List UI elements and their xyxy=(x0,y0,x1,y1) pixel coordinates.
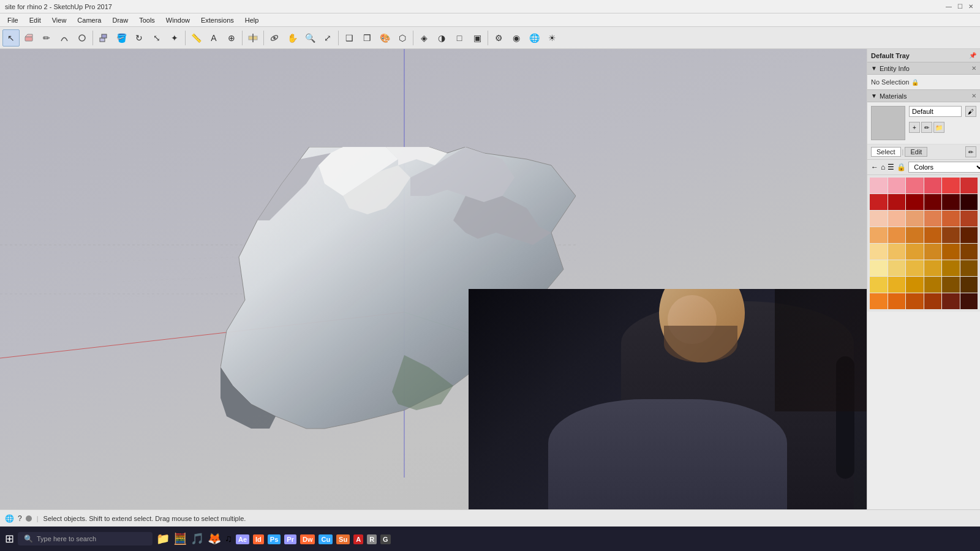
color-swatch-cell[interactable] xyxy=(888,260,906,276)
color-swatch-cell[interactable] xyxy=(924,277,942,293)
color-swatch-cell[interactable] xyxy=(888,293,906,309)
taskbar-cu[interactable]: Cu xyxy=(318,533,333,544)
maximize-button[interactable]: ☐ xyxy=(956,2,964,11)
color-swatch-cell[interactable] xyxy=(942,194,960,210)
tool-hidden-geo[interactable]: □ xyxy=(451,29,468,47)
taskbar-firefox[interactable]: 🦊 xyxy=(208,532,221,545)
color-swatch-cell[interactable] xyxy=(888,178,906,193)
tool-section[interactable] xyxy=(244,29,262,47)
color-swatch-cell[interactable] xyxy=(960,293,978,309)
taskbar-autocad[interactable]: A xyxy=(353,534,363,544)
color-swatch-cell[interactable] xyxy=(888,277,906,293)
color-swatch-cell[interactable] xyxy=(924,227,942,243)
color-swatch-cell[interactable] xyxy=(942,260,960,276)
taskbar-id[interactable]: Id xyxy=(253,533,264,544)
color-swatch-cell[interactable] xyxy=(942,277,960,293)
tool-zoom[interactable]: 🔍 xyxy=(301,29,318,47)
color-swatch-cell[interactable] xyxy=(906,178,924,193)
color-swatch-cell[interactable] xyxy=(924,211,942,227)
color-swatch-cell[interactable] xyxy=(942,293,960,309)
minimize-button[interactable]: — xyxy=(944,2,953,11)
color-nav-home[interactable]: ⌂ xyxy=(881,163,885,171)
tool-paint[interactable]: 🪣 xyxy=(113,29,130,47)
color-swatch-cell[interactable] xyxy=(888,244,906,260)
entity-info-header[interactable]: ▼ Entity Info ✕ xyxy=(867,62,980,75)
color-swatch-cell[interactable] xyxy=(888,227,906,243)
color-swatch-cell[interactable] xyxy=(906,260,924,276)
taskbar-calc[interactable]: 🧮 xyxy=(173,532,187,545)
tool-layer[interactable]: ⬡ xyxy=(394,29,411,47)
taskbar-sketchup[interactable]: Su xyxy=(336,534,350,544)
geo-location-icon[interactable]: 🌐 xyxy=(5,514,14,523)
menu-camera[interactable]: Camera xyxy=(72,15,106,25)
tool-component2[interactable]: ❒ xyxy=(358,29,375,47)
color-swatch-cell[interactable] xyxy=(960,227,978,243)
color-swatch-cell[interactable] xyxy=(906,194,924,210)
tool-styles[interactable]: ◈ xyxy=(415,29,432,47)
color-swatch-cell[interactable] xyxy=(888,194,906,210)
color-swatch-cell[interactable] xyxy=(870,293,888,309)
tool-orbit[interactable] xyxy=(266,29,283,47)
material-sample-button[interactable]: 🖌 xyxy=(965,106,976,117)
close-button[interactable]: ✕ xyxy=(967,2,975,11)
help-icon[interactable]: ? xyxy=(18,514,22,523)
color-swatch-cell[interactable] xyxy=(870,244,888,260)
color-swatch-cell[interactable] xyxy=(960,277,978,293)
color-swatch-cell[interactable] xyxy=(924,260,942,276)
default-tray-header[interactable]: Default Tray 📌 xyxy=(867,49,980,62)
taskbar-explorer[interactable]: 📁 xyxy=(156,532,170,545)
tab-edit[interactable]: Edit xyxy=(905,147,927,157)
color-swatch-cell[interactable] xyxy=(942,211,960,227)
taskbar-search[interactable]: 🔍 Type here to search xyxy=(18,532,153,545)
material-name-input[interactable] xyxy=(909,106,962,117)
material-pencil-btn[interactable]: ✏ xyxy=(965,146,976,157)
color-swatch-cell[interactable] xyxy=(942,227,960,243)
color-swatch-cell[interactable] xyxy=(870,178,888,193)
tool-pushpull[interactable] xyxy=(95,29,112,47)
color-swatch-cell[interactable] xyxy=(906,211,924,227)
3d-viewport[interactable] xyxy=(0,49,867,509)
tool-rotate[interactable]: ↻ xyxy=(130,29,148,47)
color-swatch-cell[interactable] xyxy=(870,194,888,210)
tool-zoom-extents[interactable]: ⤢ xyxy=(319,29,336,47)
color-swatch-cell[interactable] xyxy=(906,244,924,260)
materials-header[interactable]: ▼ Materials ✕ xyxy=(867,90,980,102)
color-swatch-cell[interactable] xyxy=(942,178,960,193)
color-swatch-cell[interactable] xyxy=(942,244,960,260)
tool-component[interactable]: ❑ xyxy=(341,29,358,47)
color-nav-details[interactable]: ☰ xyxy=(888,163,894,171)
tool-axes[interactable]: ⊕ xyxy=(223,29,240,47)
taskbar-spotify[interactable]: ♫ xyxy=(225,533,232,544)
tool-circle[interactable] xyxy=(74,29,91,47)
material-folder-button[interactable]: 📁 xyxy=(933,122,944,133)
materials-close-button[interactable]: ✕ xyxy=(971,92,976,99)
tab-select[interactable]: Select xyxy=(871,147,901,157)
menu-window[interactable]: Window xyxy=(161,15,195,25)
tool-arc[interactable] xyxy=(56,29,73,47)
taskbar-ae[interactable]: Ae xyxy=(236,533,249,544)
color-swatch-cell[interactable] xyxy=(924,244,942,260)
taskbar-search-placeholder[interactable]: Type here to search xyxy=(37,535,96,542)
tool-eraser[interactable] xyxy=(20,29,37,47)
tool-scale[interactable]: ⤡ xyxy=(148,29,165,47)
tool-globe[interactable]: 🌐 xyxy=(526,29,543,47)
menu-edit[interactable]: Edit xyxy=(24,15,46,25)
color-swatch-cell[interactable] xyxy=(960,260,978,276)
menu-tools[interactable]: Tools xyxy=(134,15,160,25)
tool-text[interactable]: A xyxy=(205,29,222,47)
tool-move[interactable]: ✦ xyxy=(166,29,183,47)
windows-start-button[interactable]: ⊞ xyxy=(5,532,14,545)
tool-pencil[interactable]: ✏ xyxy=(38,29,55,47)
tool-pan[interactable]: ✋ xyxy=(284,29,301,47)
color-category-dropdown[interactable]: Colors Brick and Cladding Carpet and Tex… xyxy=(908,162,980,173)
taskbar-pr[interactable]: Pr xyxy=(284,533,296,544)
taskbar-music[interactable]: 🎵 xyxy=(190,532,204,545)
taskbar-app15[interactable]: G xyxy=(380,534,391,544)
color-swatch-cell[interactable] xyxy=(924,194,942,210)
tool-shaded[interactable]: ◑ xyxy=(433,29,450,47)
taskbar-ps[interactable]: Ps xyxy=(268,533,281,544)
tool-settings[interactable]: ⚙ xyxy=(490,29,507,47)
menu-file[interactable]: File xyxy=(2,15,23,25)
window-controls[interactable]: — ☐ ✕ xyxy=(944,2,975,11)
color-swatch-cell[interactable] xyxy=(906,293,924,309)
